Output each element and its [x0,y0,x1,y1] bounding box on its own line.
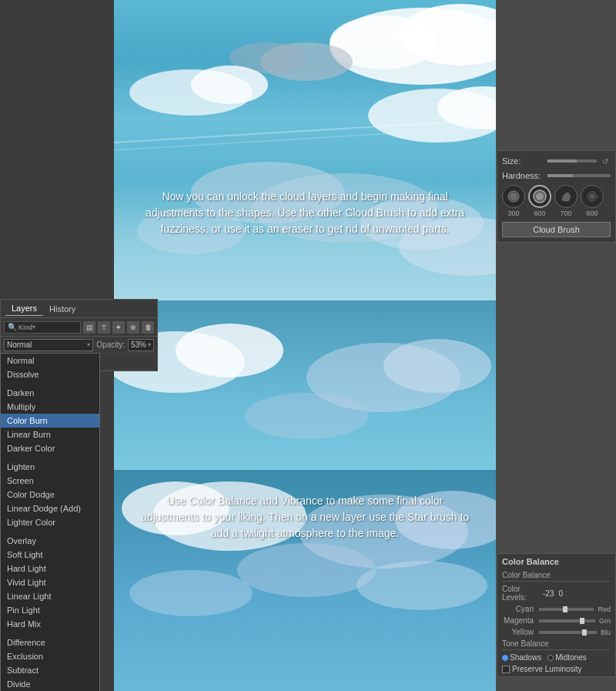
blend-hard-mix[interactable]: Hard Mix [1,617,99,631]
preserve-luminosity-checkbox[interactable] [502,666,510,673]
blend-linear-burn[interactable]: Linear Burn [1,428,99,441]
layers-panel-header: Layers History [1,300,157,318]
size-reset-btn[interactable]: ↺ [600,156,611,166]
blend-screen[interactable]: Screen [1,474,99,488]
cyan-row: Cyan Red [502,605,611,613]
hardness-row: Hardness: [502,171,611,180]
cyan-slider[interactable] [539,608,594,611]
layers-toolbar: 🔍 Kind ▾ ▤ T ✦ ⊕ 🗑 [1,318,157,337]
cloud-brush-button[interactable]: Cloud Brush [502,222,611,237]
cyan-opposite: Red [598,605,611,613]
blend-overlay[interactable]: Overlay [1,534,99,548]
brush-num-4: 600 [586,210,598,217]
svg-point-25 [237,543,376,597]
color-balance-section-label: Color Balance [502,571,611,582]
main-canvas: Now you can unlock the cloud layers and … [114,0,496,691]
blend-color-burn[interactable]: Color Burn [1,414,99,428]
blend-soft-light[interactable]: Soft Light [1,548,99,562]
blend-dissolve[interactable]: Dissolve [1,367,99,381]
effects-icon[interactable]: ✦ [112,321,125,334]
brush-icon-4[interactable] [581,185,604,208]
blend-vivid-light[interactable]: Vivid Light [1,575,99,589]
canvas-text-3: Use Color Balance and Vibrance to make s… [122,485,488,549]
new-group-icon[interactable]: ▤ [83,321,95,334]
blend-hard-light[interactable]: Hard Light [1,562,99,575]
opacity-label: Opacity: [96,340,125,349]
brush-svg-2 [532,189,547,204]
color-levels-label: Color Levels: [502,585,541,602]
shadows-radio[interactable] [502,655,508,661]
canvas-text-3-content: Use Color Balance and Vibrance to make s… [141,495,469,539]
magenta-slider[interactable] [539,619,595,622]
preserve-luminosity-row[interactable]: Preserve Luminosity [502,665,611,673]
tone-balance-label: Tone Balance [502,639,611,650]
yellow-slider[interactable] [539,631,597,634]
midtones-option[interactable]: Midtones [547,653,587,662]
blend-normal[interactable]: Normal [1,354,99,367]
midtones-radio[interactable] [547,655,554,661]
blend-subtract[interactable]: Subtract [1,663,99,677]
new-layer-icon[interactable]: T [98,321,110,334]
kind-label: Kind [18,324,32,331]
color-levels-row: Color Levels: -23 0 [502,585,611,602]
brush-icon-3[interactable] [554,185,578,208]
preserve-luminosity-label: Preserve Luminosity [512,665,582,673]
brush-preset-3: 700 [554,185,578,217]
brush-num-3: 700 [560,210,571,217]
brush-svg-4 [584,189,600,204]
brush-num-2: 600 [534,210,545,217]
yellow-opposite: Blu [601,629,611,636]
cyan-knob [563,606,567,612]
blend-multiply[interactable]: Multiply [1,400,99,414]
sky-middle-section: On a new top layer, add highlight colors… [114,300,496,470]
blend-pin-light[interactable]: Pin Light [1,603,99,617]
blend-lighten[interactable]: Lighten [1,460,99,474]
svg-point-33 [589,193,595,200]
color-balance-panel: Color Balance Color Balance Color Levels… [497,553,616,677]
blend-mode-dropdown[interactable]: Normal ▾ [4,339,93,351]
blend-darken[interactable]: Darken [1,386,99,400]
canvas-text-1: Now you can unlock the cloud layers and … [122,181,488,245]
canvas-text-1-content: Now you can unlock the cloud layers and … [146,190,464,235]
magenta-opposite: Grn [599,617,611,625]
hardness-slider-fill [547,174,573,177]
blend-darker-color[interactable]: Darker Color [1,441,99,455]
blend-color-dodge[interactable]: Color Dodge [1,488,99,501]
blend-mode-row: Normal ▾ Opacity: 53% ▾ [1,337,157,354]
opacity-row: Opacity: 53% ▾ [96,339,154,351]
adjust-icon[interactable]: ⊕ [127,321,139,334]
svg-point-31 [536,193,544,200]
cloud-svg-middle [114,300,496,470]
opacity-arrow: ▾ [148,341,151,348]
tab-layers[interactable]: Layers [5,301,43,316]
blend-linear-dodge[interactable]: Linear Dodge (Add) [1,501,99,515]
brush-preset-2: 600 [528,185,551,217]
kind-search[interactable]: 🔍 Kind ▾ [4,321,81,334]
magenta-label: Magenta [502,616,537,625]
brush-svg-3 [558,189,574,204]
blend-mode-value: Normal [7,340,85,349]
tab-history[interactable]: History [43,302,82,316]
hardness-slider[interactable] [547,174,611,177]
magenta-knob [580,618,584,624]
tone-balance-row: Shadows Midtones [502,653,611,662]
size-slider[interactable] [547,159,597,163]
color-levels-v1: -23 [543,589,554,598]
opacity-field[interactable]: 53% ▾ [128,339,154,351]
brush-icon-1[interactable] [502,185,525,208]
shadows-option[interactable]: Shadows [502,653,541,662]
blend-divide[interactable]: Divide [1,677,99,691]
kind-arrow: ▾ [32,324,35,330]
blend-exclusion[interactable]: Exclusion [1,649,99,663]
svg-point-29 [510,193,517,200]
blend-mode-arrow: ▾ [87,341,90,348]
size-label: Size: [502,156,544,166]
blend-lighter-color[interactable]: Lighter Color [1,515,99,529]
delete-icon[interactable]: 🗑 [142,321,154,334]
yellow-label: Yellow [502,628,537,636]
svg-point-26 [129,570,253,616]
blend-difference[interactable]: Difference [1,636,99,649]
brush-icon-2[interactable] [528,185,551,208]
svg-point-17 [176,324,283,377]
blend-linear-light[interactable]: Linear Light [1,589,99,603]
